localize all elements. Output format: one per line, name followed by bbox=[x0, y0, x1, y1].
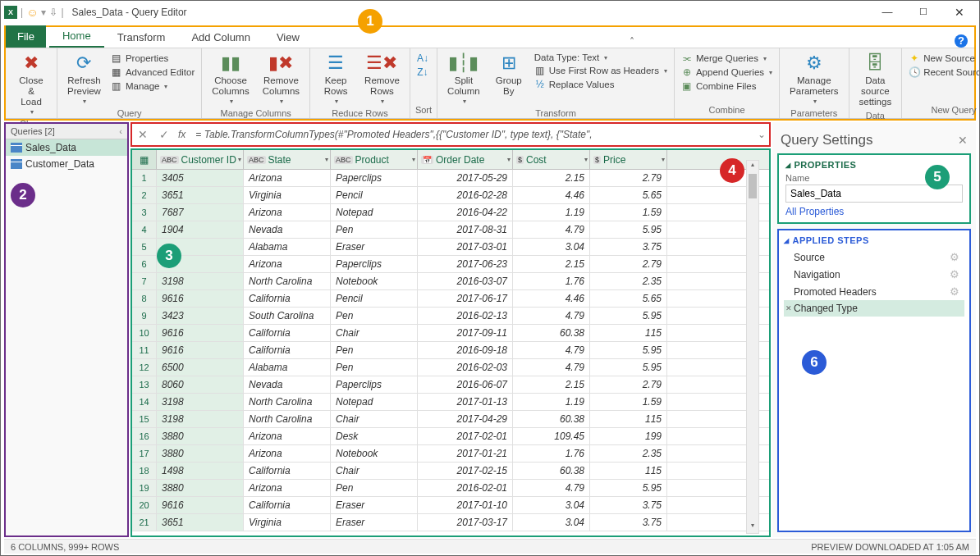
advanced-editor-icon: ▦ bbox=[111, 66, 122, 78]
group-parameters: ⚙ Manage Parameters Parameters bbox=[780, 48, 849, 118]
column-header-state[interactable]: ABCState▾ bbox=[244, 150, 331, 169]
split-column-icon: ▮┆▮ bbox=[452, 52, 475, 75]
recent-sources-button[interactable]: 🕓Recent Sources bbox=[907, 66, 980, 79]
applied-step[interactable]: Promoted Headers⚙ bbox=[784, 283, 964, 300]
tab-transform[interactable]: Transform bbox=[104, 26, 179, 48]
group-by-button[interactable]: ⊞ Group By bbox=[488, 50, 529, 107]
table-row[interactable]: 193880ArizonaPen2016-02-014.795.95 bbox=[132, 480, 769, 497]
qat-overflow[interactable]: ⇩ bbox=[49, 7, 57, 18]
callout-2: 2 bbox=[11, 183, 35, 207]
tab-home[interactable]: Home bbox=[49, 25, 104, 48]
close-load-icon: ✖ bbox=[20, 52, 43, 75]
append-queries-button[interactable]: ⊕Append Queries bbox=[680, 66, 774, 79]
gear-icon[interactable]: ⚙ bbox=[950, 285, 959, 298]
remove-columns-button[interactable]: ▮✖ Remove Columns bbox=[258, 50, 305, 107]
tab-view[interactable]: View bbox=[263, 26, 313, 48]
table-row[interactable]: 138060NevadaPaperclips2016-06-072.152.79 bbox=[132, 376, 769, 394]
query-settings-close-button[interactable]: ✕ bbox=[958, 134, 968, 147]
table-row[interactable]: 89616CaliforniaPencil2017-06-174.465.65 bbox=[132, 290, 769, 308]
applied-step[interactable]: Changed Type bbox=[784, 300, 964, 317]
gear-icon[interactable]: ⚙ bbox=[950, 251, 959, 263]
replace-values-button[interactable]: ½Replace Values bbox=[533, 78, 669, 91]
query-item[interactable]: Sales_Data bbox=[6, 139, 127, 156]
table-row[interactable]: 143198North CarolinaNotepad2017-01-131.1… bbox=[132, 394, 769, 411]
table-row[interactable]: 23651VirginiaPencil2016-02-284.465.65 bbox=[132, 187, 769, 204]
data-type-button[interactable]: Data Type: Text bbox=[533, 52, 669, 63]
formula-input[interactable] bbox=[192, 129, 751, 140]
applied-step[interactable]: Source⚙ bbox=[784, 248, 964, 266]
column-header-price[interactable]: $Price▾ bbox=[590, 150, 667, 169]
applied-step[interactable]: Navigation⚙ bbox=[784, 266, 964, 283]
column-header-cost[interactable]: $Cost▾ bbox=[513, 150, 590, 169]
callout-1: 1 bbox=[358, 9, 382, 34]
split-column-button[interactable]: ▮┆▮ Split Column bbox=[442, 50, 485, 107]
manage-button[interactable]: ▥Manage bbox=[109, 80, 196, 93]
advanced-editor-button[interactable]: ▦Advanced Editor bbox=[109, 66, 196, 79]
tab-add-column[interactable]: Add Column bbox=[178, 26, 263, 48]
formula-expand-button[interactable]: ⌄ bbox=[758, 129, 766, 140]
close-load-button[interactable]: ✖ Close & Load bbox=[11, 50, 52, 117]
title-bar: X | ☺ ▾ ⇩ | Sales_Data - Query Editor — … bbox=[1, 1, 979, 24]
first-row-headers-button[interactable]: ▥Use First Row as Headers bbox=[533, 64, 669, 77]
remove-rows-button[interactable]: ☰✖ Remove Rows bbox=[359, 50, 405, 107]
table-row[interactable]: 181498CaliforniaChair2017-02-1560.38115 bbox=[132, 463, 769, 480]
refresh-preview-button[interactable]: ⟳ Refresh Preview bbox=[62, 50, 106, 107]
qat-separator: | bbox=[21, 7, 23, 18]
table-row[interactable]: 119616CaliforniaPen2016-09-184.795.95 bbox=[132, 342, 769, 359]
fx-icon[interactable]: fx bbox=[178, 129, 185, 140]
table-row[interactable]: 173880ArizonaNotebook2017-01-211.762.35 bbox=[132, 445, 769, 463]
queries-header[interactable]: Queries [2] bbox=[6, 124, 127, 139]
properties-button[interactable]: ▤Properties bbox=[109, 52, 196, 65]
row-selector-header[interactable]: ▦ bbox=[132, 150, 157, 169]
table-row[interactable]: 6ArizonaPaperclips2017-06-232.152.79 bbox=[132, 256, 769, 273]
applied-steps-section: APPLIED STEPS Source⚙Navigation⚙Promoted… bbox=[777, 229, 971, 532]
column-header-product[interactable]: ABCProduct▾ bbox=[331, 150, 418, 169]
table-row[interactable]: 37687ArizonaNotepad2016-04-221.191.59 bbox=[132, 204, 769, 221]
group-new-query: ✦New Source 🕓Recent Sources New Query bbox=[902, 48, 980, 118]
query-item[interactable]: Customer_Data bbox=[6, 156, 127, 172]
table-row[interactable]: 213651VirginiaEraser2017-03-173.043.75 bbox=[132, 514, 769, 531]
table-row[interactable]: 93423South CarolinaPen2016-02-134.795.95 bbox=[132, 308, 769, 325]
combine-files-icon: ▣ bbox=[681, 80, 693, 92]
table-row[interactable]: 13405ArizonaPaperclips2017-05-292.152.79 bbox=[132, 170, 769, 187]
keep-rows-button[interactable]: ☰ Keep Rows bbox=[315, 50, 356, 107]
collapse-ribbon-icon[interactable]: ˄ bbox=[630, 36, 634, 48]
minimize-button[interactable]: — bbox=[871, 3, 904, 21]
sort-desc-button[interactable]: Z↓ bbox=[415, 66, 430, 79]
data-source-settings-button[interactable]: 🗄 Data source settings bbox=[854, 50, 897, 109]
group-by-icon: ⊞ bbox=[497, 52, 520, 75]
table-row[interactable]: 163880ArizonaDesk2017-02-01109.45199 bbox=[132, 428, 769, 445]
table-row[interactable]: 5AlabamaEraser2017-03-013.043.75 bbox=[132, 239, 769, 256]
sort-desc-icon: Z↓ bbox=[417, 66, 428, 78]
column-header-order-date[interactable]: 📅Order Date▾ bbox=[418, 150, 513, 169]
data-preview-grid: ▦ ABCCustomer ID▾ ABCState▾ ABCProduct▾ … bbox=[131, 148, 771, 537]
gear-icon[interactable]: ⚙ bbox=[950, 268, 959, 280]
dropdown-icon[interactable]: ▾ bbox=[41, 7, 46, 18]
table-row[interactable]: 73198North CarolinaNotebook2016-03-071.7… bbox=[132, 273, 769, 290]
maximize-button[interactable]: ☐ bbox=[907, 3, 940, 21]
smiley-icon[interactable]: ☺ bbox=[26, 6, 38, 19]
grid-vertical-scrollbar[interactable]: ▴ ▾ bbox=[746, 160, 759, 534]
close-button[interactable]: ✕ bbox=[943, 3, 976, 21]
table-row[interactable]: 109616CaliforniaChair2017-09-1160.38115 bbox=[132, 325, 769, 342]
tab-file[interactable]: File bbox=[6, 25, 46, 48]
ribbon-container: File Home Transform Add Column View ˄ ? … bbox=[4, 25, 976, 121]
table-row[interactable]: 153198North CarolinaChair2017-04-2960.38… bbox=[132, 411, 769, 428]
table-row[interactable]: 126500AlabamaPen2016-02-034.795.95 bbox=[132, 359, 769, 376]
table-row[interactable]: 209616CaliforniaEraser2017-01-103.043.75 bbox=[132, 497, 769, 514]
merge-queries-button[interactable]: ⫘Merge Queries bbox=[680, 52, 774, 65]
all-properties-link[interactable]: All Properties bbox=[785, 206, 963, 217]
group-transform: ▮┆▮ Split Column ⊞ Group By Data Type: T… bbox=[437, 48, 675, 118]
help-icon[interactable]: ? bbox=[955, 34, 968, 48]
group-combine: ⫘Merge Queries ⊕Append Queries ▣Combine … bbox=[675, 48, 780, 118]
combine-files-button[interactable]: ▣Combine Files bbox=[680, 80, 774, 93]
sort-asc-button[interactable]: A↓ bbox=[415, 52, 430, 65]
formula-cancel-button[interactable]: ✕ bbox=[135, 128, 150, 141]
column-header-customer-id[interactable]: ABCCustomer ID▾ bbox=[157, 150, 244, 169]
new-source-button[interactable]: ✦New Source bbox=[907, 52, 980, 65]
choose-columns-button[interactable]: ▮▮ Choose Columns bbox=[207, 50, 254, 107]
manage-parameters-button[interactable]: ⚙ Manage Parameters bbox=[785, 50, 843, 107]
formula-accept-button[interactable]: ✓ bbox=[157, 128, 172, 141]
excel-icon: X bbox=[4, 6, 17, 19]
table-row[interactable]: 41904NevadaPen2017-08-314.795.95 bbox=[132, 221, 769, 239]
